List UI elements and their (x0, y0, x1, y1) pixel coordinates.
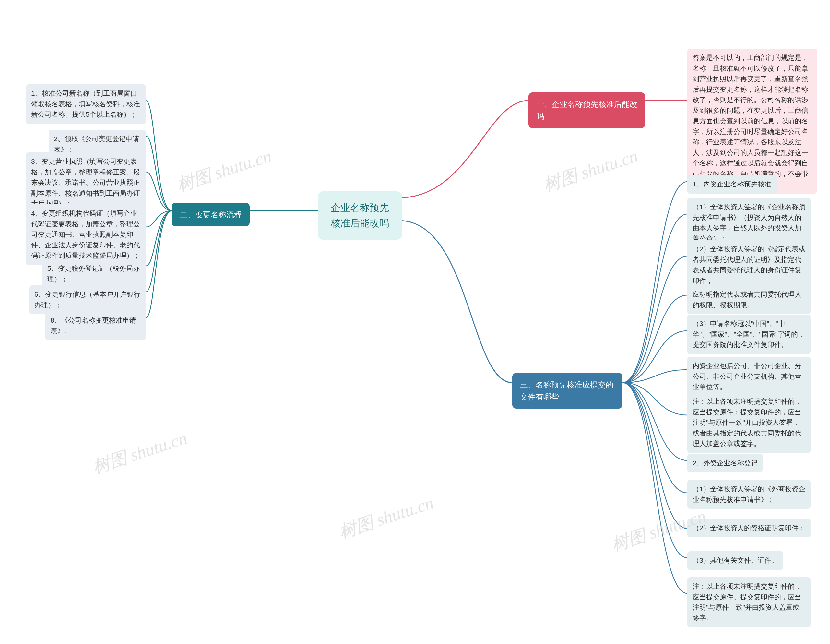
branch-2-item-0[interactable]: 1、核准公司新名称（到工商局窗口领取核名表格，填写核名资料，核准新公司名称。提供… (26, 84, 146, 124)
branch-3-item-3[interactable]: 应标明指定代表或者共同委托代理人的权限、授权期限。 (687, 286, 811, 314)
branch-3-item-2[interactable]: （2）全体投资人签署的《指定代表或者共同委托代理人的证明》及指定代表或者共同委托… (687, 240, 811, 290)
branch-3-item-10[interactable]: （3）其他有关文件、证件。 (687, 551, 783, 570)
branch-2-item-4[interactable]: 5、变更税务登记证（税务局办理）； (42, 259, 146, 288)
branch-3-item-0[interactable]: 1、内资企业名称预先核准 (687, 175, 776, 194)
branch-3-item-8[interactable]: （1）全体投资人签署的《外商投资企业名称预先核准申请书》； (687, 480, 811, 509)
branch-2-item-6[interactable]: 8、《公司名称变更核准申请表》。 (45, 311, 146, 340)
branch-3-item-6[interactable]: 注：以上各项未注明提交复印件的，应当提交原件；提交复印件的，应当注明"与原件一致… (687, 392, 811, 453)
watermark: 树图 shutu.cn (540, 144, 641, 197)
branch-2-item-2[interactable]: 3、变更营业执照（填写公司变更表格，加盖公章，整理章程修正案、股东会决议、承诺书… (26, 152, 146, 213)
watermark: 树图 shutu.cn (336, 491, 437, 544)
branch-2-item-5[interactable]: 6、变更银行信息（基本户开户银行办理）； (29, 286, 146, 314)
watermark: 树图 shutu.cn (89, 427, 190, 479)
branch-3-item-7[interactable]: 2、外资企业名称登记 (687, 454, 763, 473)
branch-3-item-9[interactable]: （2）全体投资人的资格证明复印件； (687, 519, 811, 537)
branch-3-item-4[interactable]: （3）申请名称冠以"中国"、"中华"、"国家"、"全国"、"国际"字词的，提交国… (687, 314, 811, 354)
branch-3-item-5[interactable]: 内资企业包括公司、非公司企业、分公司、非公司企业分支机构、其他营业单位等。 (687, 357, 811, 396)
root-node[interactable]: 企业名称预先核准后能改吗 (318, 191, 402, 240)
branch-1-content[interactable]: 答案是不可以的，工商部门的规定是，名称一旦核准就不可以修改了，只能拿到营业执照以… (687, 49, 817, 194)
watermark: 树图 shutu.cn (174, 144, 275, 197)
branch-2-item-3[interactable]: 4、变更组织机构代码证（填写企业代码证变更表格，加盖公章，整理公司变更通知书、营… (26, 204, 146, 265)
branch-3-item-11[interactable]: 注：以上各项未注明提交复印件的，应当提交原件。提交复印件的，应当注明"与原件一致… (687, 577, 811, 627)
mindmap-canvas: 企业名称预先核准后能改吗 一、企业名称预先核准后能改吗 答案是不可以的，工商部门… (0, 0, 830, 644)
branch-3[interactable]: 三、名称预先核准应提交的文件有哪些 (512, 373, 622, 409)
branch-1[interactable]: 一、企业名称预先核准后能改吗 (529, 92, 645, 128)
branch-2[interactable]: 二、变更名称流程 (172, 203, 250, 226)
